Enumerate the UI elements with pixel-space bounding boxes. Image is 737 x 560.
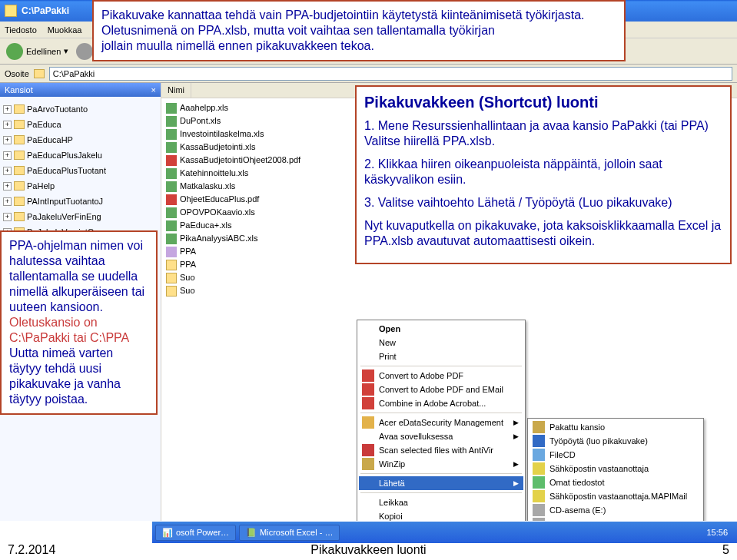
menu-item[interactable]: Lähetä▶ xyxy=(359,476,523,490)
menu-item[interactable]: New xyxy=(359,336,523,350)
menu-icon xyxy=(533,490,545,502)
annotation-left: PPA-ohjelman nimen voi halutessa vaihtaa… xyxy=(0,230,158,415)
submenu-arrow-icon: ▶ xyxy=(513,479,519,487)
expand-icon[interactable]: + xyxy=(3,213,12,221)
folder-icon xyxy=(14,135,25,144)
tree-folder[interactable]: +PaHelp xyxy=(3,178,158,194)
xls-icon xyxy=(166,220,177,231)
taskbar-button-excel[interactable]: 📗 Microsoft Excel - … xyxy=(239,525,340,541)
txt-icon xyxy=(166,247,177,257)
menu-edit[interactable]: Muokkaa xyxy=(48,25,82,35)
expand-icon[interactable]: + xyxy=(3,121,12,129)
expand-icon[interactable]: + xyxy=(3,197,12,206)
folder-icon xyxy=(14,151,25,160)
file-row[interactable]: Suo xyxy=(166,271,732,284)
address-label: Osoite xyxy=(5,69,29,78)
menu-icon xyxy=(533,421,545,433)
annotation-top: Pikakuvake kannattaa tehdä vain PPA-budj… xyxy=(92,0,626,61)
panel-header: Kansiot × xyxy=(0,83,161,97)
submenu-arrow-icon: ▶ xyxy=(513,419,519,426)
folder-icon xyxy=(14,181,25,191)
fld-icon xyxy=(166,260,177,270)
footer-title: Pikakuvakkeen luonti xyxy=(310,543,426,557)
xls-icon xyxy=(166,142,177,153)
forward-button[interactable] xyxy=(76,43,93,60)
menu-item[interactable]: Acer eDataSecurity Management▶ xyxy=(359,416,523,429)
submenu-item[interactable]: Siirrettävä levy (F:) xyxy=(530,517,702,521)
xls-icon xyxy=(166,103,177,114)
close-icon[interactable]: × xyxy=(151,85,156,94)
expand-icon[interactable]: + xyxy=(3,182,12,191)
menu-icon xyxy=(533,449,545,461)
submenu-arrow-icon: ▶ xyxy=(513,460,519,468)
menu-item[interactable]: Scan selected files with AntiVir xyxy=(359,443,523,457)
menu-file[interactable]: Tiedosto xyxy=(5,25,37,35)
expand-icon[interactable]: + xyxy=(3,136,12,144)
menu-item[interactable]: Kopioi xyxy=(359,509,523,521)
fld-icon xyxy=(166,286,177,297)
expand-icon[interactable]: + xyxy=(3,105,12,114)
fld-icon xyxy=(166,273,177,283)
submenu-item[interactable]: FileCD xyxy=(530,448,702,462)
submenu-item[interactable]: Pakattu kansio xyxy=(530,420,702,434)
xls-icon xyxy=(166,181,177,192)
submenu-item[interactable]: Sähköpostin vastaanottaja.MAPIMail xyxy=(530,489,702,503)
menu-item[interactable]: Convert to Adobe PDF and EMail xyxy=(359,383,523,396)
tree-folder[interactable]: +PaEducaPlusTuotant xyxy=(3,163,158,178)
annotation-title: Pikakuvakkeen (Shortcut) luonti xyxy=(364,93,722,112)
menu-icon xyxy=(362,416,374,429)
tree-folder[interactable]: +PAIntInputTuotantoJ xyxy=(3,194,158,209)
menu-icon xyxy=(533,504,545,516)
pdf-icon xyxy=(166,194,177,205)
menu-item[interactable]: Open xyxy=(359,322,523,336)
folder-icon xyxy=(14,197,25,206)
taskbar-button-powerpoint[interactable]: 📊 osoft Power… xyxy=(155,525,236,541)
footer-page: 5 xyxy=(722,543,729,557)
menu-item[interactable]: Leikkaa xyxy=(359,495,523,509)
xls-icon xyxy=(166,234,177,244)
footer-date: 7.2.2014 xyxy=(8,543,55,557)
menu-item[interactable]: Avaa sovelluksessa▶ xyxy=(359,429,523,443)
tree-folder[interactable]: +PaEducaHP xyxy=(3,132,158,147)
submenu-item[interactable]: CD-asema (E:) xyxy=(530,503,702,517)
address-input[interactable] xyxy=(49,67,732,81)
menu-item[interactable]: Combine in Adobe Acrobat... xyxy=(359,396,523,410)
menu-icon xyxy=(362,397,374,409)
menu-item[interactable]: Print xyxy=(359,350,523,363)
back-icon xyxy=(6,43,23,60)
menu-icon xyxy=(362,458,374,470)
expand-icon[interactable]: + xyxy=(3,167,12,175)
menu-icon xyxy=(362,369,374,382)
menu-icon xyxy=(362,444,374,456)
xls-icon xyxy=(166,207,177,218)
submenu-item[interactable]: Sähköpostin vastaanottaja xyxy=(530,462,702,476)
folder-icon xyxy=(14,166,25,175)
menu-icon xyxy=(533,462,545,475)
window-title: C:\PaPakki xyxy=(22,5,69,16)
expand-icon[interactable]: + xyxy=(3,151,12,160)
menu-item[interactable]: WinZip▶ xyxy=(359,457,523,471)
tree-folder[interactable]: +PaEduca xyxy=(3,117,158,132)
submenu-item[interactable]: Työpöytä (luo pikakuvake) xyxy=(530,434,702,448)
pdf-icon xyxy=(166,155,177,166)
submenu-arrow-icon: ▶ xyxy=(513,432,519,440)
folder-icon xyxy=(34,69,45,78)
folder-icon xyxy=(5,5,17,17)
xls-icon xyxy=(166,129,177,140)
tree-folder[interactable]: +PaJakeluVerFinEng xyxy=(3,209,158,224)
folder-icon xyxy=(14,120,25,129)
slide-footer: 7.2.2014 Pikakuvakkeen luonti 5 xyxy=(0,540,737,560)
tree-folder[interactable]: +PaEducaPlusJakelu xyxy=(3,147,158,163)
system-clock: 15:56 xyxy=(700,528,734,537)
folder-icon xyxy=(14,212,25,221)
folder-icon xyxy=(14,104,25,114)
menu-item[interactable]: Convert to Adobe PDF xyxy=(359,369,523,383)
annotation-right: Pikakuvakkeen (Shortcut) luonti 1. Mene … xyxy=(355,85,732,264)
tree-folder[interactable]: +PaArvoTuotanto xyxy=(3,101,158,117)
submenu-item[interactable]: Omat tiedostot xyxy=(530,476,702,489)
back-button[interactable]: Edellinen ▾ xyxy=(6,43,68,60)
context-menu: OpenNewPrintConvert to Adobe PDFConvert … xyxy=(357,320,526,521)
address-bar: Osoite xyxy=(0,65,737,83)
file-row[interactable]: Suo xyxy=(166,284,732,297)
menu-icon xyxy=(362,383,374,396)
